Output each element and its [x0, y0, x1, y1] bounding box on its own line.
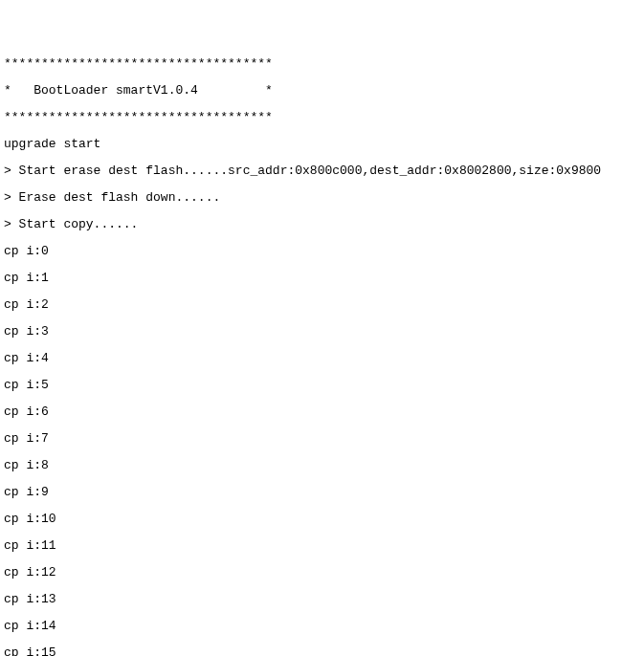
copy-line: cp i:13 [4, 593, 640, 606]
copy-line: cp i:1 [4, 272, 640, 285]
copy-line: cp i:7 [4, 432, 640, 446]
copy-line: cp i:10 [4, 513, 640, 526]
start-erase-dest: > Start erase dest flash......src_addr:0… [4, 164, 640, 178]
banner-title: * BootLoader smartV1.0.4 * [4, 84, 640, 98]
copy-line: cp i:2 [4, 298, 640, 312]
start-copy: > Start copy...... [4, 218, 640, 231]
erase-dest-down: > Erase dest flash down...... [4, 191, 640, 205]
copy-line: cp i:9 [4, 486, 640, 499]
copy-line: cp i:15 [4, 646, 640, 656]
copy-line: cp i:6 [4, 405, 640, 419]
copy-line: cp i:5 [4, 379, 640, 392]
copy-line: cp i:11 [4, 539, 640, 553]
copy-line: cp i:8 [4, 459, 640, 472]
copy-line: cp i:12 [4, 566, 640, 579]
copy-line: cp i:3 [4, 325, 640, 339]
banner-top: ************************************ [4, 57, 640, 71]
copy-line: cp i:14 [4, 620, 640, 633]
copy-line: cp i:4 [4, 352, 640, 365]
upgrade-start: upgrade start [4, 138, 640, 151]
copy-line: cp i:0 [4, 245, 640, 258]
banner-bottom: ************************************ [4, 111, 640, 124]
